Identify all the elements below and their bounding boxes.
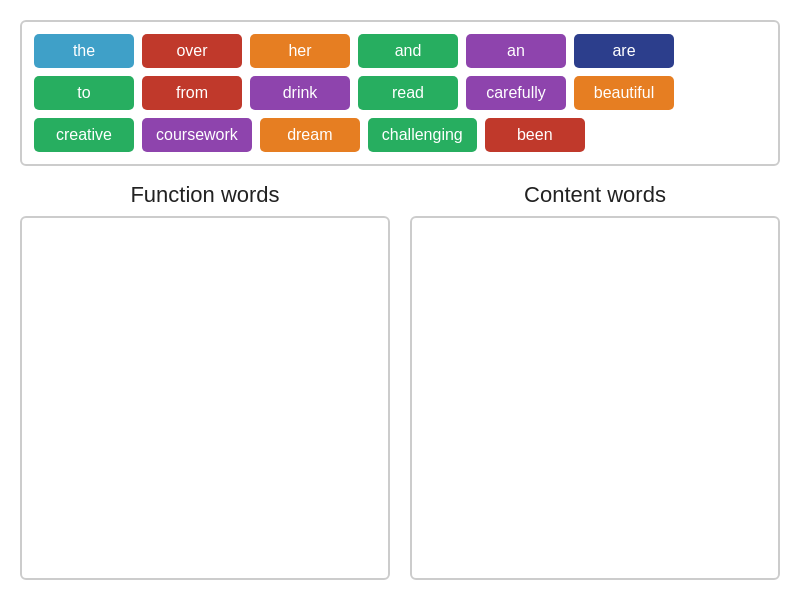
word-tile-been[interactable]: been bbox=[485, 118, 585, 152]
word-bank: theoverherandanaretofromdrinkreadcareful… bbox=[20, 20, 780, 166]
word-tile-creative[interactable]: creative bbox=[34, 118, 134, 152]
word-tile-challenging[interactable]: challenging bbox=[368, 118, 477, 152]
word-tile-are[interactable]: are bbox=[574, 34, 674, 68]
word-tile-coursework[interactable]: coursework bbox=[142, 118, 252, 152]
word-row-0: theoverherandanare bbox=[34, 34, 766, 68]
category-function: Function words bbox=[20, 182, 390, 580]
word-tile-read[interactable]: read bbox=[358, 76, 458, 110]
category-content-title: Content words bbox=[410, 182, 780, 208]
word-tile-beautiful[interactable]: beautiful bbox=[574, 76, 674, 110]
word-tile-and[interactable]: and bbox=[358, 34, 458, 68]
word-tile-dream[interactable]: dream bbox=[260, 118, 360, 152]
word-tile-carefully[interactable]: carefully bbox=[466, 76, 566, 110]
word-tile-from[interactable]: from bbox=[142, 76, 242, 110]
word-row-1: tofromdrinkreadcarefullybeautiful bbox=[34, 76, 766, 110]
category-content: Content words bbox=[410, 182, 780, 580]
word-row-2: creativecourseworkdreamchallengingbeen bbox=[34, 118, 766, 152]
word-tile-the[interactable]: the bbox=[34, 34, 134, 68]
word-tile-her[interactable]: her bbox=[250, 34, 350, 68]
word-tile-to[interactable]: to bbox=[34, 76, 134, 110]
word-tile-drink[interactable]: drink bbox=[250, 76, 350, 110]
word-tile-over[interactable]: over bbox=[142, 34, 242, 68]
page: theoverherandanaretofromdrinkreadcareful… bbox=[0, 0, 800, 600]
word-tile-an[interactable]: an bbox=[466, 34, 566, 68]
category-function-title: Function words bbox=[20, 182, 390, 208]
content-drop-zone[interactable] bbox=[410, 216, 780, 580]
categories-container: Function words Content words bbox=[20, 182, 780, 580]
function-drop-zone[interactable] bbox=[20, 216, 390, 580]
